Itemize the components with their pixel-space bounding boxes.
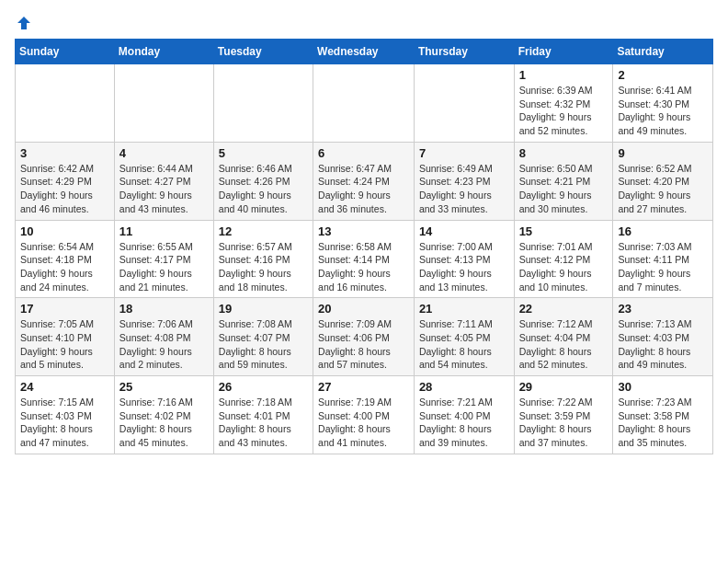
header-day: Wednesday <box>313 40 415 64</box>
logo-icon <box>16 15 32 31</box>
logo <box>15 15 33 31</box>
day-detail: Sunrise: 7:21 AM Sunset: 4:00 PM Dayligh… <box>419 396 509 450</box>
day-number: 11 <box>119 224 209 238</box>
header-day: Sunday <box>16 40 115 64</box>
header-day: Tuesday <box>213 40 313 64</box>
day-detail: Sunrise: 6:42 AM Sunset: 4:29 PM Dayligh… <box>20 162 109 216</box>
day-detail: Sunrise: 6:52 AM Sunset: 4:20 PM Dayligh… <box>618 162 708 216</box>
calendar-cell: 8Sunrise: 6:50 AM Sunset: 4:21 PM Daylig… <box>514 142 613 220</box>
day-number: 17 <box>20 302 109 316</box>
day-detail: Sunrise: 7:13 AM Sunset: 4:03 PM Dayligh… <box>618 317 708 372</box>
day-detail: Sunrise: 6:39 AM Sunset: 4:32 PM Dayligh… <box>519 84 609 138</box>
day-detail: Sunrise: 6:58 AM Sunset: 4:14 PM Dayligh… <box>318 240 409 294</box>
day-detail: Sunrise: 7:15 AM Sunset: 4:03 PM Dayligh… <box>20 396 109 450</box>
calendar-table: SundayMondayTuesdayWednesdayThursdayFrid… <box>15 39 713 454</box>
calendar-cell <box>114 64 213 143</box>
day-detail: Sunrise: 7:12 AM Sunset: 4:04 PM Dayligh… <box>519 317 609 372</box>
week-row: 17Sunrise: 7:05 AM Sunset: 4:10 PM Dayli… <box>16 298 713 376</box>
day-number: 24 <box>20 380 109 394</box>
day-detail: Sunrise: 7:00 AM Sunset: 4:13 PM Dayligh… <box>419 240 509 294</box>
day-number: 2 <box>618 68 708 82</box>
header <box>15 15 713 31</box>
day-number: 1 <box>519 68 609 82</box>
day-number: 29 <box>519 380 609 394</box>
day-number: 15 <box>519 224 609 238</box>
calendar-cell: 16Sunrise: 7:03 AM Sunset: 4:11 PM Dayli… <box>613 220 713 298</box>
day-detail: Sunrise: 6:57 AM Sunset: 4:16 PM Dayligh… <box>219 240 308 294</box>
header-day: Friday <box>514 40 613 64</box>
calendar-cell: 6Sunrise: 6:47 AM Sunset: 4:24 PM Daylig… <box>313 142 415 220</box>
day-number: 25 <box>119 380 209 394</box>
day-detail: Sunrise: 7:09 AM Sunset: 4:06 PM Dayligh… <box>318 317 409 372</box>
day-number: 8 <box>519 146 609 160</box>
day-number: 4 <box>119 146 209 160</box>
day-number: 28 <box>419 380 509 394</box>
day-number: 7 <box>419 146 509 160</box>
calendar-cell: 14Sunrise: 7:00 AM Sunset: 4:13 PM Dayli… <box>414 220 514 298</box>
calendar-cell: 29Sunrise: 7:22 AM Sunset: 3:59 PM Dayli… <box>514 376 613 454</box>
calendar-cell: 7Sunrise: 6:49 AM Sunset: 4:23 PM Daylig… <box>414 142 514 220</box>
day-detail: Sunrise: 6:41 AM Sunset: 4:30 PM Dayligh… <box>618 84 708 138</box>
day-detail: Sunrise: 7:11 AM Sunset: 4:05 PM Dayligh… <box>419 317 509 372</box>
day-detail: Sunrise: 7:05 AM Sunset: 4:10 PM Dayligh… <box>20 317 109 372</box>
day-detail: Sunrise: 6:46 AM Sunset: 4:26 PM Dayligh… <box>219 162 308 216</box>
calendar-cell: 9Sunrise: 6:52 AM Sunset: 4:20 PM Daylig… <box>613 142 713 220</box>
day-number: 12 <box>219 224 308 238</box>
day-detail: Sunrise: 7:23 AM Sunset: 3:58 PM Dayligh… <box>618 396 708 450</box>
day-number: 16 <box>618 224 708 238</box>
day-number: 20 <box>318 302 409 316</box>
header-day: Monday <box>114 40 213 64</box>
day-detail: Sunrise: 6:44 AM Sunset: 4:27 PM Dayligh… <box>119 162 209 216</box>
day-number: 19 <box>219 302 308 316</box>
day-detail: Sunrise: 6:49 AM Sunset: 4:23 PM Dayligh… <box>419 162 509 216</box>
week-row: 24Sunrise: 7:15 AM Sunset: 4:03 PM Dayli… <box>16 376 713 454</box>
calendar-cell: 23Sunrise: 7:13 AM Sunset: 4:03 PM Dayli… <box>613 298 713 376</box>
calendar-cell: 21Sunrise: 7:11 AM Sunset: 4:05 PM Dayli… <box>414 298 514 376</box>
day-detail: Sunrise: 6:55 AM Sunset: 4:17 PM Dayligh… <box>119 240 209 294</box>
calendar-cell <box>16 64 115 143</box>
calendar-cell: 2Sunrise: 6:41 AM Sunset: 4:30 PM Daylig… <box>613 64 713 143</box>
calendar-cell: 25Sunrise: 7:16 AM Sunset: 4:02 PM Dayli… <box>114 376 213 454</box>
day-detail: Sunrise: 7:16 AM Sunset: 4:02 PM Dayligh… <box>119 396 209 450</box>
calendar-cell: 4Sunrise: 6:44 AM Sunset: 4:27 PM Daylig… <box>114 142 213 220</box>
day-detail: Sunrise: 7:08 AM Sunset: 4:07 PM Dayligh… <box>219 317 308 372</box>
calendar-cell: 26Sunrise: 7:18 AM Sunset: 4:01 PM Dayli… <box>213 376 313 454</box>
week-row: 3Sunrise: 6:42 AM Sunset: 4:29 PM Daylig… <box>16 142 713 220</box>
calendar-cell <box>213 64 313 143</box>
header-row: SundayMondayTuesdayWednesdayThursdayFrid… <box>16 40 713 64</box>
day-number: 14 <box>419 224 509 238</box>
calendar-cell: 3Sunrise: 6:42 AM Sunset: 4:29 PM Daylig… <box>16 142 115 220</box>
day-detail: Sunrise: 7:01 AM Sunset: 4:12 PM Dayligh… <box>519 240 609 294</box>
calendar-cell: 13Sunrise: 6:58 AM Sunset: 4:14 PM Dayli… <box>313 220 415 298</box>
calendar-cell: 22Sunrise: 7:12 AM Sunset: 4:04 PM Dayli… <box>514 298 613 376</box>
calendar-cell: 10Sunrise: 6:54 AM Sunset: 4:18 PM Dayli… <box>16 220 115 298</box>
calendar-cell: 30Sunrise: 7:23 AM Sunset: 3:58 PM Dayli… <box>613 376 713 454</box>
calendar-cell: 19Sunrise: 7:08 AM Sunset: 4:07 PM Dayli… <box>213 298 313 376</box>
calendar-cell: 28Sunrise: 7:21 AM Sunset: 4:00 PM Dayli… <box>414 376 514 454</box>
calendar-cell: 11Sunrise: 6:55 AM Sunset: 4:17 PM Dayli… <box>114 220 213 298</box>
day-number: 5 <box>219 146 308 160</box>
calendar-cell: 17Sunrise: 7:05 AM Sunset: 4:10 PM Dayli… <box>16 298 115 376</box>
header-day: Thursday <box>414 40 514 64</box>
day-number: 18 <box>119 302 209 316</box>
day-number: 21 <box>419 302 509 316</box>
calendar-cell: 24Sunrise: 7:15 AM Sunset: 4:03 PM Dayli… <box>16 376 115 454</box>
day-number: 6 <box>318 146 409 160</box>
day-detail: Sunrise: 7:06 AM Sunset: 4:08 PM Dayligh… <box>119 317 209 372</box>
calendar-cell <box>414 64 514 143</box>
week-row: 10Sunrise: 6:54 AM Sunset: 4:18 PM Dayli… <box>16 220 713 298</box>
day-detail: Sunrise: 6:47 AM Sunset: 4:24 PM Dayligh… <box>318 162 409 216</box>
calendar-cell <box>313 64 415 143</box>
day-detail: Sunrise: 7:03 AM Sunset: 4:11 PM Dayligh… <box>618 240 708 294</box>
header-day: Saturday <box>613 40 713 64</box>
day-detail: Sunrise: 7:22 AM Sunset: 3:59 PM Dayligh… <box>519 396 609 450</box>
day-number: 23 <box>618 302 708 316</box>
svg-marker-0 <box>17 17 30 29</box>
day-number: 13 <box>318 224 409 238</box>
day-detail: Sunrise: 6:54 AM Sunset: 4:18 PM Dayligh… <box>20 240 109 294</box>
week-row: 1Sunrise: 6:39 AM Sunset: 4:32 PM Daylig… <box>16 64 713 143</box>
calendar-cell: 15Sunrise: 7:01 AM Sunset: 4:12 PM Dayli… <box>514 220 613 298</box>
day-detail: Sunrise: 7:19 AM Sunset: 4:00 PM Dayligh… <box>318 396 409 450</box>
calendar-cell: 20Sunrise: 7:09 AM Sunset: 4:06 PM Dayli… <box>313 298 415 376</box>
calendar-cell: 12Sunrise: 6:57 AM Sunset: 4:16 PM Dayli… <box>213 220 313 298</box>
